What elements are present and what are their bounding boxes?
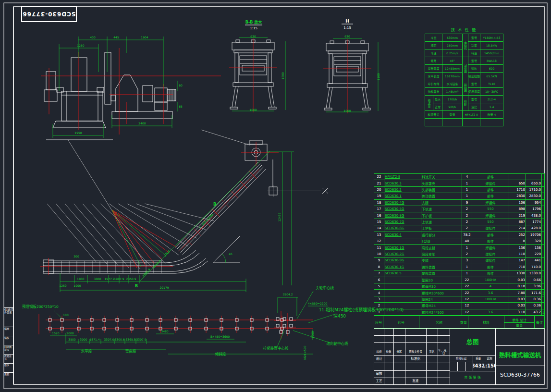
signature-cell (426, 370, 438, 378)
bom-cell-num: 18 (374, 200, 384, 206)
tech-label: 输出扭矩 (468, 73, 480, 80)
signature-cell (438, 355, 450, 363)
bom-cell-qty: 12 (462, 309, 472, 315)
bom-cell-w1: 110 (509, 251, 526, 257)
revision-cell (438, 329, 450, 336)
bom-cell-rem (542, 193, 545, 199)
bom-header: 序号代号名称数量材料单件 总计重量备注 (374, 316, 545, 329)
elevation-view (40, 140, 328, 292)
dim-label: 3480 (161, 330, 168, 333)
bom-cell-name: 上护板 (421, 225, 462, 231)
tech-label: 速比 (468, 65, 480, 73)
bom-cell-name: 垫圈24 (421, 296, 462, 302)
signature-cell (393, 355, 405, 363)
scale-value: 1:150 (484, 362, 496, 371)
revision-cell (384, 335, 394, 343)
dim-label: 8×450=3600 (210, 335, 230, 338)
anchor-bolt (290, 324, 293, 327)
bom-cell-w1: 0.03 (509, 296, 526, 302)
corner-drawing-number: SCD630-37766 (21, 6, 77, 22)
bom-cell-w2: 220 (526, 251, 542, 257)
bom-cell-code: SCD630.1 (384, 193, 421, 199)
bom-cell-w1: 7.80 (509, 290, 526, 295)
signature-cell (426, 355, 438, 363)
bom-cell-qty: 2 (462, 219, 472, 225)
section-part (324, 108, 332, 110)
stage-mark-cell (465, 362, 473, 371)
bom-cell-rem (542, 270, 545, 276)
section-part (268, 53, 271, 83)
bom-cell-mat: 部件 (472, 232, 509, 238)
revision-cell (426, 335, 438, 343)
bom-cell-name: 尾部装置 (421, 270, 462, 276)
tech-value: ZL2-4 (480, 96, 503, 103)
tech-value: 10~30℃ (480, 88, 503, 96)
tension-center-label: 拉紧装置中心线 (263, 346, 289, 351)
dim-label: 3365.8 (126, 338, 136, 341)
bom-cell-rem (542, 296, 545, 302)
bom-cell-num: 9 (374, 257, 384, 263)
bom-cell-w2: 0.66 (526, 277, 542, 283)
bom-cell-mat: 550 (472, 219, 509, 225)
bom-cell-code: SCD630-1G (384, 245, 421, 250)
bom-cell-w1: 1330 (509, 270, 526, 276)
dim-label: 1950 (74, 131, 82, 135)
bom-cell-rem: 现场预埋 (542, 290, 545, 295)
dim-label: 1000 (343, 109, 351, 112)
bom-cell-name: 支腿 (421, 200, 462, 206)
seg-inclined-label: 倾斜段 (215, 352, 226, 356)
bom-cell-qty: 2 (462, 225, 472, 231)
bom-row: 1螺栓M24*500123.63.1043.2现场预埋 (374, 309, 545, 316)
dim-label: 3307.0 (104, 338, 114, 341)
bom-cell-w1: 147 (509, 257, 526, 263)
bom-cell-w2: 441 (526, 257, 542, 263)
revision-cell (426, 342, 438, 349)
bom-cell-w1: 106 (509, 200, 526, 206)
bom-cell-num: 16 (374, 212, 384, 218)
bom-cell-num: 13 (374, 232, 384, 238)
dim-label: 1250 (59, 284, 66, 287)
revision-header: 签名 (426, 349, 438, 356)
bom-header-weight: 单件 总计重量 (504, 316, 535, 329)
bom-cell-num: 10 (374, 251, 384, 257)
bom-cell-mat: 部件 (472, 187, 509, 193)
bom-cell-code (384, 303, 421, 308)
bom-cell-code: SCD630-9G (384, 257, 421, 263)
dim-label: B (135, 284, 138, 288)
bom-cell-mat: 100HV (472, 296, 509, 302)
dim-label: 1250 (77, 44, 84, 47)
tech-label: 型号 (468, 96, 480, 103)
dim-label: 2000 (66, 331, 73, 335)
bom-cell-name: 螺栓M30*600 (421, 290, 462, 295)
tech-empty (425, 119, 442, 126)
bom-cell-mat: 550 (472, 206, 509, 212)
plan-dim-lines (50, 291, 336, 354)
bom-cell-code: SCD630-6G (384, 225, 421, 231)
bom-cell-w1: 136 (509, 245, 526, 250)
bom-weight-bottom: 重量 (504, 322, 534, 328)
bom-row: 10SCD630-2G弯段支架2焊接件110220 (374, 251, 545, 257)
dim-label: 3500 (68, 338, 75, 341)
bom-cell-w2: 428.0 (526, 225, 542, 231)
bom-row: 14SCD630-6G上护板2焊接件214428.0 (374, 225, 545, 232)
bom-cell-mat: 4 (472, 283, 509, 289)
section-bb-title: B-B 放大 (245, 20, 262, 24)
tech-value: 水冷链条 (442, 80, 463, 88)
product-name: 熟料槽式输送机 (495, 345, 545, 366)
tech-empty (442, 119, 463, 126)
bom-cell-mat: 部件 (472, 174, 509, 180)
tech-value: HFKLT2-Ⅱ (463, 111, 480, 119)
bom-cell-code (384, 277, 421, 283)
bom-cell-rem (542, 187, 545, 193)
section-bb-view-centerlines (229, 38, 277, 112)
tech-table: 斗宽 630mm 电动机 型号 Y160M-4,B3 槽距 250mm 功率 1… (425, 34, 503, 126)
signature-cell (393, 370, 405, 378)
bom-cell-w2: 650.0 (526, 180, 542, 186)
dim-label: 1977.9 (105, 277, 115, 281)
tech-table-title: 技 术 性 能 (425, 27, 503, 32)
bom-cell-code: SCD630.5 (384, 270, 421, 276)
signature-cell (374, 363, 384, 370)
bom-header-cell: 序号 (374, 316, 383, 329)
weight-header: 重量 (473, 355, 484, 362)
dim-label: 1907.9 (114, 277, 124, 281)
